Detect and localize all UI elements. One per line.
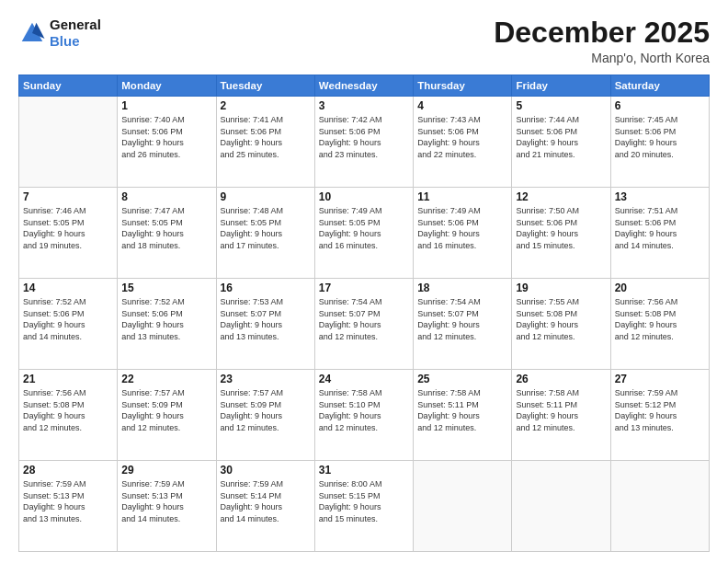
table-row: 16Sunrise: 7:53 AMSunset: 5:07 PMDayligh…	[216, 279, 314, 370]
day-info: Sunrise: 7:59 AMSunset: 5:12 PMDaylight:…	[615, 387, 705, 433]
day-info: Sunrise: 7:56 AMSunset: 5:08 PMDaylight:…	[23, 387, 113, 433]
day-number: 26	[516, 373, 606, 385]
day-number: 25	[417, 373, 507, 385]
table-row: 5Sunrise: 7:44 AMSunset: 5:06 PMDaylight…	[512, 97, 610, 188]
table-row: 25Sunrise: 7:58 AMSunset: 5:11 PMDayligh…	[414, 370, 512, 461]
day-number: 2	[221, 99, 311, 112]
logo: General Blue	[18, 17, 101, 50]
table-row: 26Sunrise: 7:58 AMSunset: 5:11 PMDayligh…	[512, 370, 610, 461]
table-row: 14Sunrise: 7:52 AMSunset: 5:06 PMDayligh…	[19, 279, 118, 370]
table-row: 19Sunrise: 7:55 AMSunset: 5:08 PMDayligh…	[512, 279, 610, 370]
logo-blue: Blue	[50, 33, 80, 49]
logo-general: General	[50, 17, 101, 33]
day-info: Sunrise: 7:54 AMSunset: 5:07 PMDaylight:…	[417, 296, 507, 342]
day-info: Sunrise: 7:55 AMSunset: 5:08 PMDaylight:…	[516, 296, 606, 342]
table-row: 22Sunrise: 7:57 AMSunset: 5:09 PMDayligh…	[118, 370, 216, 461]
day-number: 16	[221, 282, 311, 294]
table-row: 18Sunrise: 7:54 AMSunset: 5:07 PMDayligh…	[414, 279, 512, 370]
table-row: 6Sunrise: 7:45 AMSunset: 5:06 PMDaylight…	[610, 97, 709, 188]
day-info: Sunrise: 7:47 AMSunset: 5:05 PMDaylight:…	[121, 205, 211, 251]
day-number: 28	[23, 464, 113, 477]
table-row: 1Sunrise: 7:40 AMSunset: 5:06 PMDaylight…	[118, 97, 216, 188]
table-row	[512, 461, 610, 552]
table-row: 20Sunrise: 7:56 AMSunset: 5:08 PMDayligh…	[610, 279, 709, 370]
table-row: 21Sunrise: 7:56 AMSunset: 5:08 PMDayligh…	[19, 370, 118, 461]
header-wednesday: Wednesday	[314, 75, 413, 97]
table-row: 30Sunrise: 7:59 AMSunset: 5:14 PMDayligh…	[216, 461, 314, 552]
day-info: Sunrise: 7:49 AMSunset: 5:06 PMDaylight:…	[417, 205, 507, 251]
table-row: 4Sunrise: 7:43 AMSunset: 5:06 PMDaylight…	[414, 97, 512, 188]
day-number: 1	[121, 99, 211, 112]
table-row: 13Sunrise: 7:51 AMSunset: 5:06 PMDayligh…	[610, 188, 709, 279]
day-info: Sunrise: 7:59 AMSunset: 5:14 PMDaylight:…	[221, 478, 311, 524]
table-row	[610, 461, 709, 552]
day-info: Sunrise: 7:45 AMSunset: 5:06 PMDaylight:…	[615, 114, 705, 160]
day-number: 15	[121, 282, 211, 294]
day-info: Sunrise: 7:54 AMSunset: 5:07 PMDaylight:…	[319, 296, 409, 342]
day-number: 3	[319, 99, 409, 112]
header-tuesday: Tuesday	[216, 75, 314, 97]
header-friday: Friday	[512, 75, 610, 97]
table-row: 7Sunrise: 7:46 AMSunset: 5:05 PMDaylight…	[19, 188, 118, 279]
logo-icon	[18, 19, 46, 47]
day-info: Sunrise: 7:57 AMSunset: 5:09 PMDaylight:…	[121, 387, 211, 433]
day-number: 5	[516, 99, 606, 112]
day-info: Sunrise: 7:52 AMSunset: 5:06 PMDaylight:…	[23, 296, 113, 342]
day-info: Sunrise: 7:44 AMSunset: 5:06 PMDaylight:…	[516, 114, 606, 160]
day-number: 27	[615, 373, 705, 385]
table-row: 31Sunrise: 8:00 AMSunset: 5:15 PMDayligh…	[314, 461, 413, 552]
table-row: 29Sunrise: 7:59 AMSunset: 5:13 PMDayligh…	[118, 461, 216, 552]
day-info: Sunrise: 7:58 AMSunset: 5:11 PMDaylight:…	[516, 387, 606, 433]
table-row: 10Sunrise: 7:49 AMSunset: 5:05 PMDayligh…	[314, 188, 413, 279]
day-info: Sunrise: 7:48 AMSunset: 5:05 PMDaylight:…	[221, 205, 311, 251]
table-row: 15Sunrise: 7:52 AMSunset: 5:06 PMDayligh…	[118, 279, 216, 370]
day-info: Sunrise: 7:53 AMSunset: 5:07 PMDaylight:…	[221, 296, 311, 342]
header-sunday: Sunday	[19, 75, 118, 97]
table-row: 11Sunrise: 7:49 AMSunset: 5:06 PMDayligh…	[414, 188, 512, 279]
day-info: Sunrise: 7:42 AMSunset: 5:06 PMDaylight:…	[319, 114, 409, 160]
day-number: 18	[417, 282, 507, 294]
day-number: 23	[221, 373, 311, 385]
table-row: 17Sunrise: 7:54 AMSunset: 5:07 PMDayligh…	[314, 279, 413, 370]
day-number: 30	[221, 464, 311, 477]
day-number: 21	[23, 373, 113, 385]
day-number: 6	[615, 99, 705, 112]
calendar-week-1: 1Sunrise: 7:40 AMSunset: 5:06 PMDaylight…	[19, 97, 710, 188]
day-number: 4	[417, 99, 507, 112]
table-row: 12Sunrise: 7:50 AMSunset: 5:06 PMDayligh…	[512, 188, 610, 279]
day-info: Sunrise: 7:40 AMSunset: 5:06 PMDaylight:…	[121, 114, 211, 160]
day-info: Sunrise: 7:49 AMSunset: 5:05 PMDaylight:…	[319, 205, 409, 251]
day-info: Sunrise: 7:57 AMSunset: 5:09 PMDaylight:…	[221, 387, 311, 433]
day-info: Sunrise: 7:58 AMSunset: 5:10 PMDaylight:…	[319, 387, 409, 433]
day-number: 8	[121, 190, 211, 203]
table-row: 27Sunrise: 7:59 AMSunset: 5:12 PMDayligh…	[610, 370, 709, 461]
day-number: 17	[319, 282, 409, 294]
day-info: Sunrise: 8:00 AMSunset: 5:15 PMDaylight:…	[319, 478, 409, 524]
header-thursday: Thursday	[414, 75, 512, 97]
day-info: Sunrise: 7:58 AMSunset: 5:11 PMDaylight:…	[417, 387, 507, 433]
table-row: 9Sunrise: 7:48 AMSunset: 5:05 PMDaylight…	[216, 188, 314, 279]
day-info: Sunrise: 7:46 AMSunset: 5:05 PMDaylight:…	[23, 205, 113, 251]
day-number: 9	[221, 190, 311, 203]
logo-text: General Blue	[50, 17, 101, 50]
day-number: 10	[319, 190, 409, 203]
day-info: Sunrise: 7:51 AMSunset: 5:06 PMDaylight:…	[615, 205, 705, 251]
day-number: 20	[615, 282, 705, 294]
calendar-week-5: 28Sunrise: 7:59 AMSunset: 5:13 PMDayligh…	[19, 461, 710, 552]
location: Manp'o, North Korea	[494, 51, 710, 65]
table-row: 3Sunrise: 7:42 AMSunset: 5:06 PMDaylight…	[314, 97, 413, 188]
day-number: 14	[23, 282, 113, 294]
day-info: Sunrise: 7:50 AMSunset: 5:06 PMDaylight:…	[516, 205, 606, 251]
header-monday: Monday	[118, 75, 216, 97]
table-row: 24Sunrise: 7:58 AMSunset: 5:10 PMDayligh…	[314, 370, 413, 461]
day-number: 31	[319, 464, 409, 477]
day-info: Sunrise: 7:59 AMSunset: 5:13 PMDaylight:…	[121, 478, 211, 524]
month-title: December 2025	[494, 17, 710, 49]
day-info: Sunrise: 7:56 AMSunset: 5:08 PMDaylight:…	[615, 296, 705, 342]
table-row: 23Sunrise: 7:57 AMSunset: 5:09 PMDayligh…	[216, 370, 314, 461]
day-number: 24	[319, 373, 409, 385]
day-number: 22	[121, 373, 211, 385]
table-row: 28Sunrise: 7:59 AMSunset: 5:13 PMDayligh…	[19, 461, 118, 552]
day-number: 19	[516, 282, 606, 294]
day-number: 7	[23, 190, 113, 203]
